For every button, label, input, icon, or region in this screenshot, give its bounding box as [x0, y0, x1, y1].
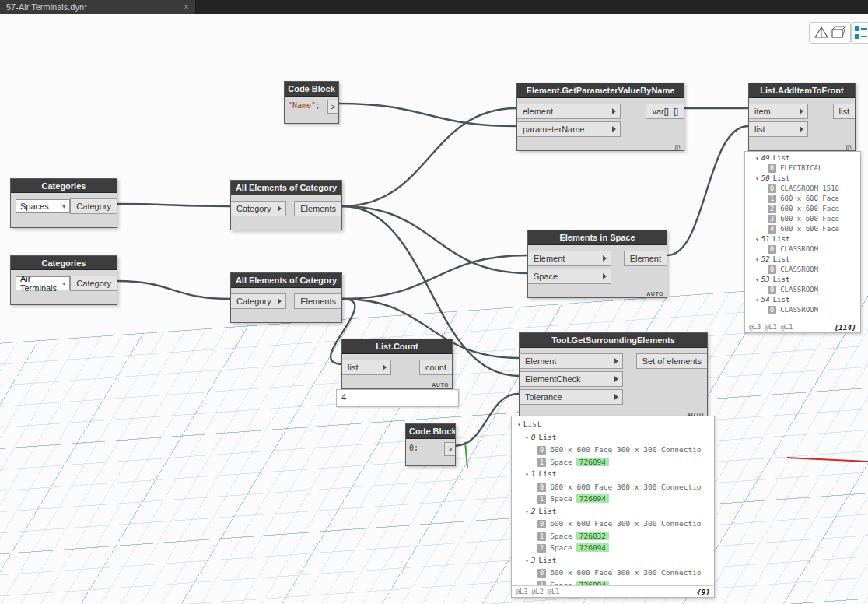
wire[interactable] — [339, 104, 516, 126]
workspace-tab[interactable]: 57-Air Terminals.dyn* × — [0, 0, 196, 14]
input-port-element[interactable]: Element — [528, 251, 611, 266]
preview-row[interactable]: ▾3List — [514, 554, 714, 567]
tree-arrow-icon[interactable]: ▾ — [755, 175, 759, 182]
node-title[interactable]: Tool.GetSurroundingElements — [520, 333, 707, 348]
lacing-indicator[interactable]: AUTO — [646, 291, 663, 297]
output-port-category[interactable]: Category — [70, 276, 117, 291]
node-additemtofront[interactable]: List.AddItemToFront item list list ||\ — [748, 83, 856, 151]
output-port-setofelements[interactable]: Set of elements — [636, 353, 707, 369]
output-port-elements[interactable]: Elements — [294, 293, 341, 309]
node-title[interactable]: Categories — [11, 256, 117, 270]
node-codeblock-zero[interactable]: Code Block 0; > — [405, 423, 456, 466]
tree-arrow-icon[interactable]: ▾ — [525, 508, 529, 515]
geometry-preview-button[interactable] — [809, 22, 851, 44]
tree-arrow-icon[interactable]: ▾ — [517, 421, 521, 428]
input-port-element[interactable]: Element — [520, 353, 623, 369]
output-port[interactable]: > — [327, 100, 338, 114]
output-port-elements[interactable]: Elements — [294, 201, 341, 216]
list-label: List — [539, 433, 557, 441]
node-elementsinspace[interactable]: Elements in Space Element Element Space … — [527, 230, 667, 298]
input-port-parametername[interactable]: parameterName — [517, 121, 621, 137]
tree-arrow-icon[interactable]: ▾ — [755, 276, 759, 283]
lacing-indicator[interactable]: AUTO — [432, 382, 449, 388]
preview-bubble-additemtofront[interactable]: ▾49List0ELECTRICAL▾50List0CLASSROOM 1510… — [744, 151, 861, 333]
tree-arrow-icon[interactable]: ▾ — [755, 256, 759, 263]
preview-row[interactable]: ▾52List — [747, 255, 860, 265]
preview-row[interactable]: ▾2List — [514, 505, 714, 518]
output-port-list[interactable]: list — [833, 104, 855, 119]
lacing-indicator[interactable]: ||\ — [846, 144, 852, 149]
codeblock-text[interactable]: 0; — [406, 442, 422, 454]
wire[interactable] — [117, 204, 230, 206]
node-allelements-spaces[interactable]: All Elements of Category Category Elemen… — [230, 180, 342, 230]
node-codeblock-name[interactable]: Code Block "Name"; > — [284, 81, 339, 124]
node-title[interactable]: List.Count — [342, 339, 452, 354]
preview-row[interactable]: ▾49List — [747, 153, 860, 163]
input-port-list[interactable]: list — [749, 121, 808, 137]
preview-row: 2Space726094 — [514, 542, 714, 554]
input-port-item[interactable]: item — [749, 104, 808, 119]
output-port[interactable]: > — [444, 442, 455, 456]
codeblock-text[interactable]: "Name"; — [285, 100, 324, 111]
lacing-indicator[interactable]: ||\ — [675, 144, 681, 149]
node-getsurroundingelements[interactable]: Tool.GetSurroundingElements Element Set … — [519, 332, 708, 419]
graph-canvas[interactable]: Code Block "Name"; > Element.GetParamete… — [0, 14, 868, 604]
node-title[interactable]: All Elements of Category — [231, 273, 341, 288]
input-port-space[interactable]: Space — [528, 269, 611, 284]
preview-row[interactable]: ▾0List — [514, 431, 714, 444]
node-title[interactable]: Code Block — [406, 424, 455, 439]
node-getparametervaluebyname[interactable]: Element.GetParameterValueByName element … — [516, 83, 684, 151]
list-label: List — [773, 296, 790, 304]
wire[interactable] — [342, 255, 527, 299]
preview-row: 0CLASSROOM — [747, 244, 860, 255]
preview-row[interactable]: ▾1List — [514, 468, 714, 481]
preview-bubble-getsurroundingelements[interactable]: ▾List▾0List0600 x 600 Face 300 x 300 Con… — [511, 416, 715, 598]
preview-row[interactable]: ▾50List — [747, 174, 860, 184]
category-dropdown[interactable]: Air Terminals ▾ — [16, 276, 70, 290]
node-listcount[interactable]: List.Count list count AUTO — [341, 339, 453, 389]
output-port-element[interactable]: Element — [624, 251, 667, 266]
chevron-down-icon: ▾ — [62, 280, 65, 287]
input-port-element[interactable]: element — [517, 104, 621, 119]
tree-arrow-icon[interactable]: ▾ — [755, 155, 759, 162]
input-port-category[interactable]: Category — [231, 201, 286, 216]
node-categories-airterminals[interactable]: Categories Air Terminals ▾ Category — [10, 255, 117, 305]
wire[interactable] — [454, 394, 519, 446]
category-dropdown[interactable]: Spaces ▾ — [16, 199, 70, 213]
port-label: count — [425, 363, 446, 372]
preview-row[interactable]: ▾54List — [747, 295, 860, 305]
close-icon[interactable]: × — [184, 2, 189, 12]
list-index: 50 — [761, 174, 770, 182]
node-categories-spaces[interactable]: Categories Spaces ▾ Category — [10, 178, 117, 228]
tree-arrow-icon[interactable]: ▾ — [755, 236, 759, 243]
preview-rows: ▾49List0ELECTRICAL▾50List0CLASSROOM 1510… — [745, 152, 860, 321]
output-port-count[interactable]: count — [419, 360, 452, 375]
node-title[interactable]: Categories — [11, 179, 117, 193]
wire[interactable] — [342, 206, 527, 273]
node-title[interactable]: All Elements of Category — [231, 181, 341, 195]
preview-row[interactable]: ▾53List — [747, 275, 860, 285]
node-title[interactable]: Code Block — [285, 82, 338, 97]
input-port-elementcheck[interactable]: ElementCheck — [520, 371, 623, 387]
output-port-category[interactable]: Category — [70, 198, 117, 214]
tree-arrow-icon[interactable]: ▾ — [525, 471, 529, 478]
wire[interactable] — [117, 281, 230, 299]
node-title[interactable]: Elements in Space — [528, 230, 667, 245]
list-index: 53 — [761, 276, 770, 283]
wire[interactable] — [342, 108, 516, 206]
input-port-tolerance[interactable]: Tolerance — [520, 389, 623, 405]
tree-arrow-icon[interactable]: ▾ — [525, 557, 529, 564]
preview-row[interactable]: ▾51List — [747, 234, 860, 244]
listcount-preview-value[interactable]: 4 — [336, 389, 459, 407]
node-title[interactable]: List.AddItemToFront — [749, 83, 855, 98]
node-title[interactable]: Element.GetParameterValueByName — [517, 83, 684, 98]
input-port-list[interactable]: list — [342, 360, 391, 375]
graph-view-button[interactable] — [851, 22, 868, 44]
tree-arrow-icon[interactable]: ▾ — [525, 434, 529, 441]
tree-arrow-icon[interactable]: ▾ — [755, 297, 759, 304]
output-port-var[interactable]: var[]..[] — [646, 104, 684, 119]
node-allelements-airterminals[interactable]: All Elements of Category Category Elemen… — [230, 272, 342, 323]
item-text: Space — [550, 532, 572, 540]
input-port-category[interactable]: Category — [231, 293, 286, 309]
preview-row[interactable]: ▾List — [514, 418, 714, 431]
